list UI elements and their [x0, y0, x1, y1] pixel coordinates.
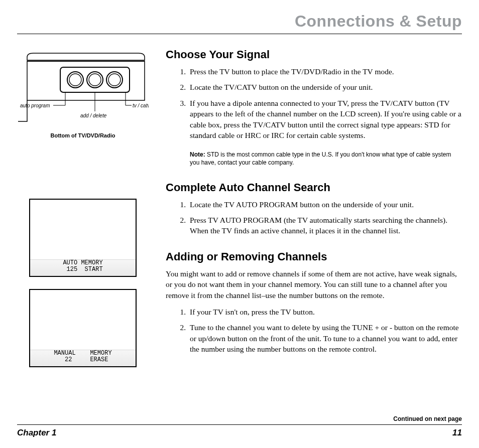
- auto-search-steps: Locate the TV AUTO PROGRAM button on the…: [166, 199, 462, 236]
- svg-point-6: [89, 74, 101, 86]
- screen-manual-memory: MANUAL MEMORY 22 ERASE: [29, 289, 137, 367]
- svg-rect-2: [60, 67, 130, 92]
- step: Locate the TV/CATV button on the undersi…: [188, 82, 462, 92]
- step: Press TV AUTO PROGRAM (the TV automatica…: [188, 215, 462, 236]
- section-choose-signal: Choose Your Signal Press the TV button t…: [166, 48, 462, 167]
- svg-point-5: [87, 72, 103, 88]
- add-remove-intro: You might want to add or remove channels…: [166, 268, 462, 301]
- screen-auto-memory: AUTO MEMORY 125 START: [29, 199, 137, 277]
- chapter-label: Chapter 1: [17, 428, 56, 438]
- device-diagram: auto program add / delete tv / catv: [17, 51, 149, 126]
- page-footer: Continued on next page Chapter 1 11: [17, 415, 462, 438]
- heading-auto-search: Complete Auto Channel Search: [166, 181, 462, 194]
- section-add-remove: Adding or Removing Channels You might wa…: [166, 250, 462, 355]
- section-auto-search: Complete Auto Channel Search Locate the …: [166, 181, 462, 236]
- svg-point-3: [67, 72, 83, 88]
- heading-choose-signal: Choose Your Signal: [166, 48, 462, 61]
- step: Locate the TV AUTO PROGRAM button on the…: [188, 199, 462, 210]
- screen-auto-text: AUTO MEMORY 125 START: [30, 260, 136, 273]
- step: If you have a dipole antenna connected t…: [188, 98, 462, 141]
- left-column: auto program add / delete tv / catv Bott…: [17, 48, 149, 379]
- page-header-title: Connections & Setup: [17, 12, 462, 31]
- note-text: STD is the most common cable type in the…: [190, 151, 451, 166]
- add-remove-steps: If your TV isn't on, press the TV button…: [166, 307, 462, 355]
- step: Press the TV button to place the TV/DVD/…: [188, 66, 462, 77]
- footer-rule: [17, 424, 462, 425]
- right-column: Choose Your Signal Press the TV button t…: [166, 48, 462, 379]
- header-rule: [17, 34, 462, 34]
- svg-point-8: [108, 74, 121, 86]
- note-block: Note: STD is the most common cable type …: [190, 151, 462, 167]
- content-columns: auto program add / delete tv / catv Bott…: [17, 48, 462, 379]
- note-label: Note:: [190, 151, 205, 158]
- svg-point-4: [69, 74, 81, 86]
- heading-add-remove: Adding or Removing Channels: [166, 250, 462, 263]
- svg-point-7: [106, 72, 123, 88]
- continued-label: Continued on next page: [17, 415, 462, 422]
- choose-signal-steps: Press the TV button to place the TV/DVD/…: [166, 66, 462, 140]
- screen-manual-text: MANUAL MEMORY 22 ERASE: [30, 350, 136, 363]
- step: Tune to the channel you want to delete b…: [188, 322, 462, 354]
- label-tv-catv: tv / catv: [133, 103, 149, 108]
- diagram-caption: Bottom of TV/DVD/Radio: [17, 132, 149, 138]
- label-auto-program: auto program: [20, 103, 50, 108]
- label-add-delete: add / delete: [80, 113, 107, 118]
- page-number: 11: [452, 428, 462, 438]
- step: If your TV isn't on, press the TV button…: [188, 307, 462, 317]
